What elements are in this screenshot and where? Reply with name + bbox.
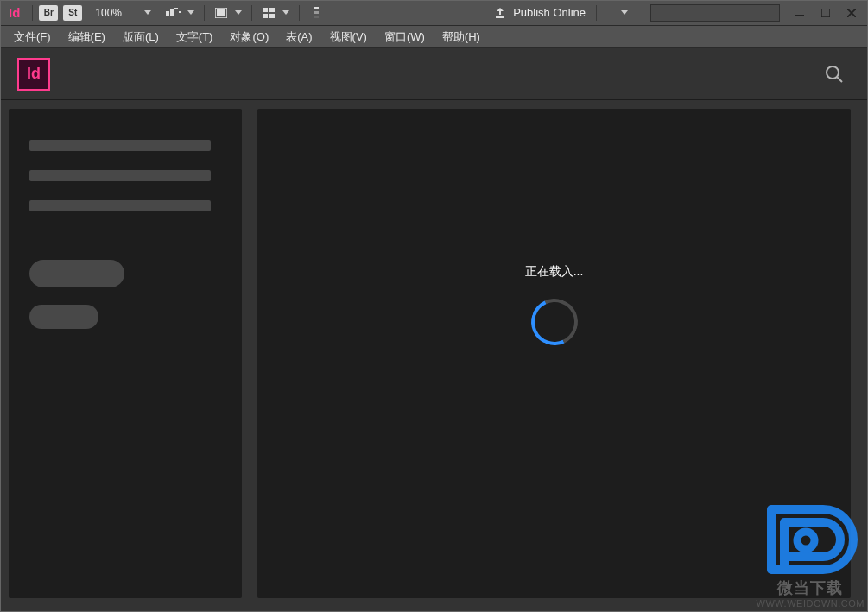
zoom-select[interactable]: 100% [95, 7, 151, 19]
window-controls [787, 3, 865, 22]
screen-mode-icon[interactable] [166, 7, 181, 19]
chevron-down-icon[interactable] [282, 10, 289, 15]
divider [596, 5, 597, 21]
svg-rect-9 [269, 14, 275, 18]
menu-file[interactable]: 文件(F) [5, 26, 60, 48]
skeleton-button [29, 260, 124, 287]
logo-row: Id [0, 48, 868, 100]
title-bar: Id Br St 100% Publish Online [0, 0, 868, 26]
menu-view[interactable]: 视图(V) [321, 26, 376, 48]
stock-icon[interactable]: St [63, 5, 82, 21]
divider [204, 5, 205, 21]
upload-icon [494, 7, 506, 19]
menu-window[interactable]: 窗口(W) [376, 26, 434, 48]
divider [299, 5, 300, 21]
svg-rect-6 [263, 8, 268, 12]
menu-type[interactable]: 文字(T) [168, 26, 222, 48]
view-mode-icons [166, 5, 324, 21]
chevron-down-icon [144, 10, 151, 15]
bridge-icon[interactable]: Br [39, 5, 58, 21]
close-button[interactable] [839, 3, 865, 22]
minimize-button[interactable] [787, 3, 813, 22]
indesign-logo[interactable]: Id [17, 58, 50, 91]
chevron-down-icon [621, 10, 628, 15]
left-panel [9, 109, 242, 598]
loading-text: 正在载入... [525, 264, 584, 280]
svg-rect-14 [795, 15, 804, 16]
divider [32, 5, 33, 21]
loading-spinner-icon [524, 292, 584, 351]
publish-label: Publish Online [513, 6, 586, 19]
svg-rect-12 [314, 16, 319, 18]
menu-help[interactable]: 帮助(H) [434, 26, 489, 48]
svg-rect-0 [166, 11, 169, 16]
publish-dropdown[interactable] [611, 4, 637, 22]
skeleton-line [29, 140, 211, 151]
zoom-value: 100% [95, 7, 122, 19]
gpu-icon[interactable] [308, 7, 324, 19]
chevron-down-icon[interactable] [187, 10, 194, 15]
divider [155, 5, 155, 21]
svg-rect-11 [314, 11, 319, 14]
svg-rect-3 [179, 11, 181, 13]
svg-rect-15 [821, 9, 830, 17]
svg-rect-13 [496, 16, 504, 18]
skeleton-line [29, 170, 211, 181]
maximize-button[interactable] [813, 3, 839, 22]
menu-edit[interactable]: 编辑(E) [60, 26, 114, 48]
divider [251, 5, 252, 21]
app-label: Id [3, 5, 29, 20]
main-panel: 正在载入... [257, 109, 851, 598]
svg-rect-2 [174, 8, 178, 9]
body: 正在载入... [0, 100, 868, 612]
menu-layout[interactable]: 版面(L) [114, 26, 168, 48]
title-search-input[interactable] [650, 4, 780, 22]
skeleton-button [29, 305, 98, 329]
svg-rect-1 [170, 9, 174, 16]
skeleton-line [29, 200, 211, 211]
publish-online-button[interactable]: Publish Online [487, 4, 643, 22]
arrange-icon[interactable] [261, 7, 276, 19]
chevron-down-icon[interactable] [235, 10, 242, 15]
view-mode-normal-icon[interactable] [213, 7, 229, 19]
svg-rect-8 [263, 14, 268, 18]
menu-bar: 文件(F) 编辑(E) 版面(L) 文字(T) 对象(O) 表(A) 视图(V)… [0, 26, 868, 48]
svg-rect-7 [269, 8, 275, 12]
svg-point-18 [827, 66, 839, 79]
svg-line-19 [837, 77, 842, 82]
menu-object[interactable]: 对象(O) [221, 26, 277, 48]
search-icon[interactable] [825, 65, 844, 84]
menu-table[interactable]: 表(A) [277, 26, 320, 48]
svg-rect-10 [314, 7, 319, 9]
svg-rect-5 [217, 9, 225, 16]
